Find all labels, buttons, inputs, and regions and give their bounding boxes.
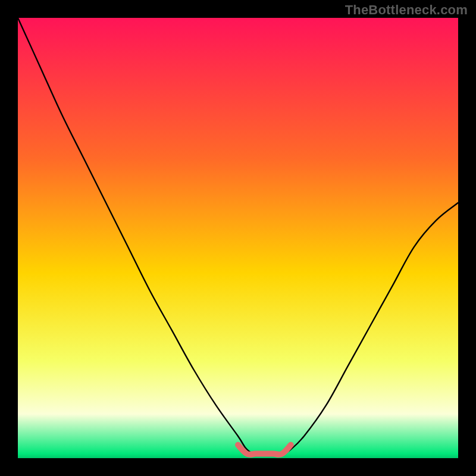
- curve-layer: [18, 18, 458, 458]
- watermark-text: TheBottleneck.com: [345, 2, 468, 18]
- ideal-band-curve: [238, 445, 291, 455]
- plot-area: [18, 18, 458, 458]
- chart-frame: TheBottleneck.com: [0, 0, 476, 476]
- bottleneck-curve: [18, 18, 458, 454]
